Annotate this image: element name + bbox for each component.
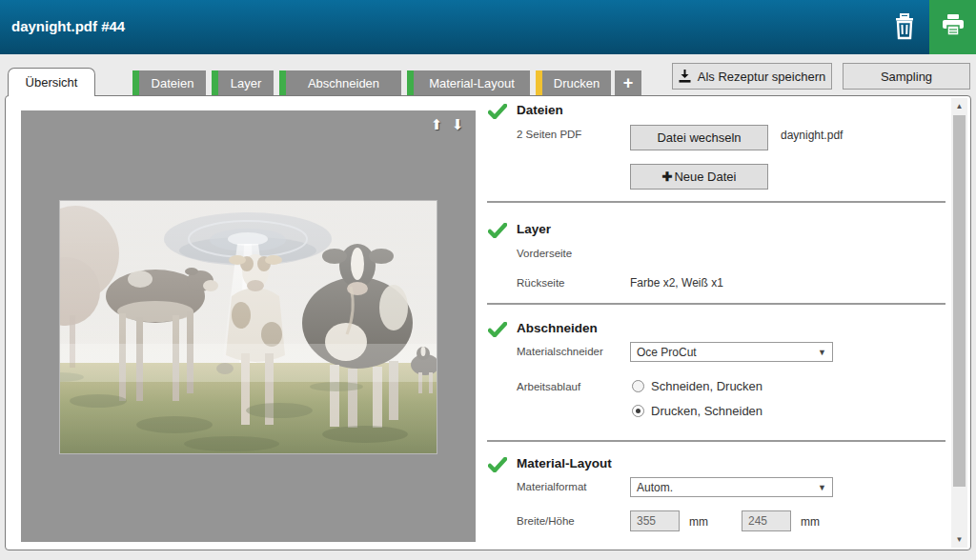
- plus-icon: ✚: [662, 170, 673, 184]
- new-file-button[interactable]: ✚Neue Datei: [630, 164, 768, 190]
- material-format-label: Materialformat: [517, 481, 587, 492]
- scroll-up-button[interactable]: ▲: [951, 98, 967, 114]
- tab-uebersicht[interactable]: Übersicht: [8, 68, 95, 96]
- save-recipe-label: Als Rezeptur speichern: [698, 70, 825, 84]
- tab-label: Abschneiden: [301, 76, 379, 90]
- section-divider: [487, 440, 946, 442]
- material-cutter-value: Oce ProCut: [637, 346, 697, 359]
- material-format-value: Autom.: [637, 481, 673, 494]
- height-unit-label: mm: [801, 515, 820, 529]
- tab-label: Material-Layout: [422, 76, 515, 90]
- tab-status-green-indicator: [212, 70, 218, 95]
- tab-label: Übersicht: [26, 75, 78, 90]
- plus-icon: +: [623, 73, 634, 93]
- radio-drucken-schneiden[interactable]: Drucken, Schneiden: [632, 404, 762, 418]
- tab-drucken[interactable]: Drucken: [536, 70, 611, 95]
- page-down-arrow-icon[interactable]: ⬇: [449, 116, 466, 135]
- front-side-label: Vorderseite: [517, 248, 572, 259]
- radio-selected-icon: [632, 405, 644, 417]
- material-format-select[interactable]: Autom. ▼: [630, 477, 833, 497]
- delete-job-button[interactable]: [888, 13, 921, 42]
- sampling-label: Sampling: [881, 70, 932, 84]
- trash-icon: [893, 13, 916, 40]
- radio-schneiden-drucken[interactable]: Schneiden, Drucken: [632, 379, 762, 393]
- radio-unselected-icon: [632, 380, 644, 392]
- material-cutter-select[interactable]: Oce ProCut ▼: [630, 342, 833, 362]
- check-icon: [488, 322, 507, 337]
- material-cutter-label: Materialschneider: [517, 346, 603, 357]
- filename-value: daynight.pdf: [781, 129, 843, 142]
- section-title-layer: Layer: [517, 222, 551, 236]
- add-tab-button[interactable]: +: [615, 70, 641, 95]
- settings-scrollbar[interactable]: ▲ ▼: [951, 98, 967, 548]
- tab-layer[interactable]: Layer: [212, 70, 274, 95]
- sampling-button[interactable]: Sampling: [843, 63, 970, 90]
- caret-down-icon: ▼: [818, 483, 826, 492]
- print-button[interactable]: [929, 0, 976, 54]
- tab-material-layout[interactable]: Material-Layout: [407, 70, 530, 95]
- radio-label: Schneiden, Drucken: [651, 379, 762, 393]
- save-recipe-button[interactable]: Als Rezeptur speichern: [672, 63, 832, 90]
- height-input: [742, 510, 791, 531]
- radio-label: Drucken, Schneiden: [651, 404, 762, 418]
- tab-label: Layer: [224, 76, 262, 90]
- section-title-abschneiden: Abschneiden: [517, 321, 598, 335]
- scrollbar-thumb[interactable]: [953, 115, 966, 487]
- tab-label: Dateien: [145, 76, 194, 90]
- pages-label: 2 Seiten PDF: [517, 129, 581, 140]
- tab-status-yellow-indicator: [536, 70, 542, 95]
- scroll-down-button[interactable]: ▼: [951, 531, 967, 548]
- check-icon: [488, 457, 507, 472]
- download-icon: [679, 70, 691, 83]
- tab-status-green-indicator: [279, 70, 286, 95]
- tab-dateien[interactable]: Dateien: [132, 70, 206, 95]
- tab-status-green-indicator: [407, 70, 414, 95]
- check-icon: [488, 223, 507, 238]
- section-divider: [487, 201, 946, 203]
- check-icon: [488, 104, 507, 119]
- printer-icon: [941, 14, 966, 37]
- section-title-dateien: Dateien: [517, 103, 563, 117]
- tab-bar: Übersicht Dateien Layer Abschneiden Mate…: [0, 54, 976, 95]
- tab-abschneiden[interactable]: Abschneiden: [279, 70, 401, 95]
- page-up-arrow-icon[interactable]: ⬆: [428, 116, 445, 135]
- section-title-material-layout: Material-Layout: [517, 456, 612, 470]
- width-unit-label: mm: [689, 515, 708, 529]
- tab-label: Drucken: [547, 76, 600, 90]
- change-file-button[interactable]: Datei wechseln: [630, 125, 768, 150]
- tab-status-green-indicator: [132, 70, 139, 95]
- back-side-value: Farbe x2, Weiß x1: [630, 276, 723, 290]
- titlebar: daynight.pdf #44: [0, 0, 976, 54]
- pdf-preview-image: [60, 201, 437, 453]
- new-file-label: Neue Datei: [674, 170, 736, 184]
- preview-area: ⬆ ⬇: [21, 110, 476, 542]
- width-height-label: Breite/Höhe: [517, 515, 575, 527]
- caret-down-icon: ▼: [818, 348, 826, 357]
- content-panel: ⬆ ⬇: [5, 95, 971, 550]
- section-divider: [487, 303, 946, 305]
- window-title: daynight.pdf #44: [11, 18, 125, 34]
- workflow-label: Arbeitsablauf: [517, 381, 580, 392]
- back-side-label: Rückseite: [517, 277, 565, 289]
- width-input: [630, 510, 680, 531]
- print-job-window: daynight.pdf #44 Übersicht: [0, 0, 976, 560]
